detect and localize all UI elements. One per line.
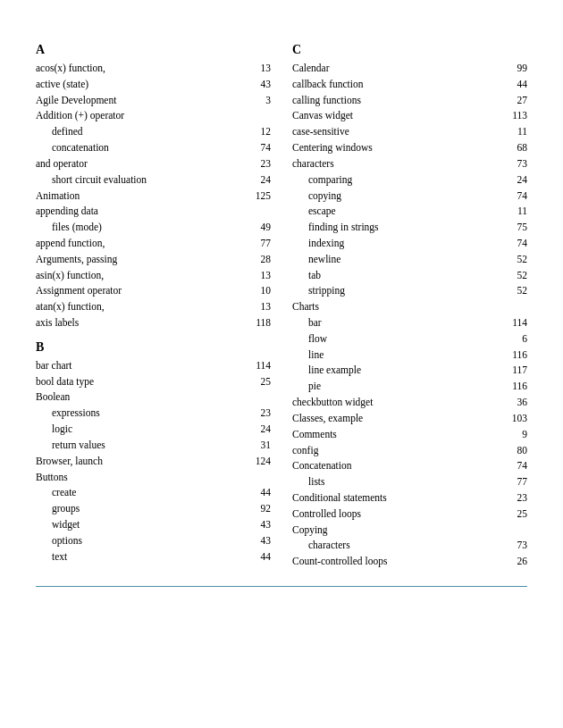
entry-label: indexing [292,236,502,252]
index-entry: characters73 [292,156,527,172]
entry-label: pie [292,379,502,395]
index-entry: stripping52 [292,283,527,299]
entry-page: 52 [502,268,527,284]
entry-label: calling functions [292,93,502,109]
entry-label: config [292,443,502,459]
index-entry: Animation125 [36,188,271,205]
index-entry: Calendar99 [292,61,527,77]
entry-label: Comments [292,427,502,443]
entry-label: comparing [292,172,502,188]
entry-page: 77 [246,236,271,252]
entry-label: Centering windows [292,140,502,156]
entry-page [246,108,271,124]
entry-page: 11 [502,204,527,220]
entry-page: 43 [246,77,271,93]
index-entry: concatenation74 [36,140,271,156]
entry-page: 12 [246,124,271,140]
index-entry: create44 [36,485,271,501]
index-entry: line example117 [292,363,527,379]
entry-page: 13 [246,299,271,315]
index-entry: lists77 [292,474,527,490]
index-entry: Count-controlled loops26 [292,554,527,570]
entry-page [246,204,271,220]
entry-page: 23 [502,490,527,506]
index-entry: checkbutton widget36 [292,395,527,411]
entry-page: 23 [246,406,271,422]
entry-label: bar [292,315,502,331]
index-entry: append function,77 [36,236,271,252]
entry-page: 31 [246,438,271,454]
index-entry: copying74 [292,188,527,205]
index-entry: flow6 [292,331,527,347]
entry-label: characters [292,156,502,172]
index-entry: Controlled loops25 [292,506,527,523]
entry-label: Count-controlled loops [292,554,502,570]
entry-label: Copying [292,523,502,539]
index-entry: Conditional statements23 [292,490,527,506]
entry-label: Browser, launch [36,454,246,470]
index-entry: and operator23 [36,156,271,172]
index-entry: Centering windows68 [292,140,527,156]
entry-page: 92 [246,501,271,517]
entry-label: and operator [36,156,246,172]
entry-label: characters [292,538,502,554]
entry-page: 25 [246,374,271,390]
entry-page: 73 [502,538,527,554]
entry-page: 116 [502,347,527,364]
section-letter-b: B [36,340,271,355]
entry-label: axis labels [36,315,246,331]
index-entry: bool data type25 [36,374,271,390]
entry-page: 74 [502,458,527,474]
entry-page: 77 [502,474,527,490]
entry-label: Controlled loops [292,506,502,523]
entry-page: 74 [502,188,527,205]
entry-page: 9 [502,427,527,443]
entry-label: Conditional statements [292,490,502,506]
entry-page: 13 [246,61,271,77]
entry-label: return values [36,438,246,454]
index-entry: options43 [36,533,271,549]
index-entry: atan(x) function,13 [36,299,271,315]
entry-page: 114 [246,358,271,374]
index-entry: comparing24 [292,172,527,188]
index-entry: groups92 [36,501,271,517]
entry-page: 10 [246,283,271,299]
entry-label: stripping [292,283,502,299]
entry-label: files (mode) [36,220,246,236]
entry-page: 11 [502,124,527,140]
entry-page: 3 [246,93,271,109]
index-entry: asin(x) function,13 [36,268,271,284]
entry-label: Addition (+) operator [36,108,246,124]
entry-label: line example [292,363,502,379]
entry-label: Agile Development [36,93,246,109]
entry-label: atan(x) function, [36,299,246,315]
index-entry: text44 [36,549,271,565]
entry-label: bar chart [36,358,246,374]
entry-page: 99 [502,61,527,77]
left-column: Aacos(x) function,13active (state)43Agil… [36,34,271,570]
index-entry: calling functions27 [292,93,527,109]
index-entry: indexing74 [292,236,527,252]
index-entry: escape11 [292,204,527,220]
index-entry: return values31 [36,438,271,454]
entry-label: Calendar [292,61,502,77]
entry-label: active (state) [36,77,246,93]
entry-page: 125 [246,188,271,205]
page-divider [36,586,527,587]
entry-page: 24 [246,422,271,438]
index-entry: Agile Development3 [36,93,271,109]
entry-label: callback function [292,77,502,93]
index-entry: pie116 [292,379,527,395]
entry-page: 68 [502,140,527,156]
index-entry: bar114 [292,315,527,331]
index-entry: line116 [292,347,527,364]
index-entry: Assignment operator10 [36,283,271,299]
entry-label: Charts [292,299,502,315]
entry-page: 52 [502,252,527,268]
entry-label: acos(x) function, [36,61,246,77]
section-letter-a: A [36,43,271,57]
entry-label: finding in strings [292,220,502,236]
index-entry: short circuit evaluation24 [36,172,271,188]
entry-page: 13 [246,268,271,284]
entry-label: expressions [36,406,246,422]
